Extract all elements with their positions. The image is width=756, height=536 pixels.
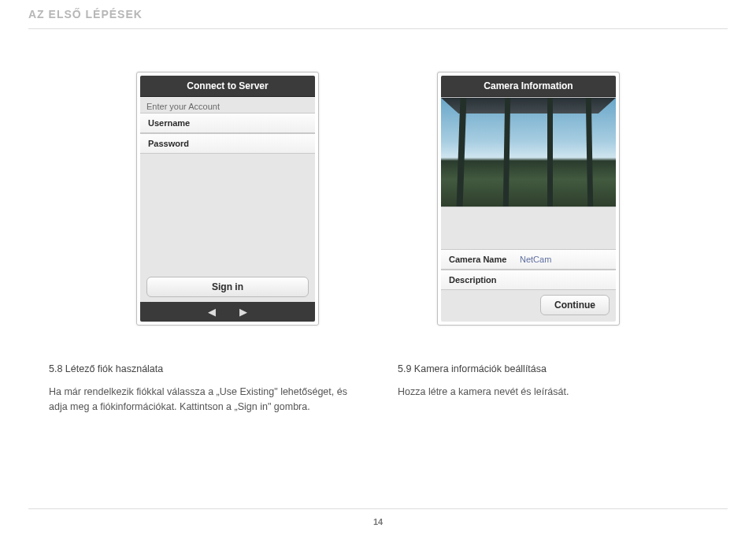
header-rule (28, 28, 728, 29)
forward-arrow-icon[interactable]: ▶ (239, 306, 247, 318)
password-label: Password (148, 139, 211, 148)
screenshots-row: Connect to Server Enter your Account Use… (28, 34, 728, 357)
caption-left-heading: 5.8 Létező fiók használata (49, 362, 358, 377)
phone-screen-connect: Connect to Server Enter your Account Use… (140, 76, 315, 322)
camera-name-label: Camera Name (449, 255, 512, 264)
description-row[interactable]: Description (441, 270, 616, 290)
sign-in-button[interactable]: Sign in (146, 277, 309, 297)
captions-row: 5.8 Létező fiók használata Ha már rendel… (28, 357, 728, 414)
caption-right: 5.9 Kamera információk beállítása Hozza … (398, 362, 707, 414)
phone-screen-camera-info: Camera Information Camera Name Descripti… (441, 76, 616, 322)
continue-row: Continue (441, 290, 616, 322)
continue-button[interactable]: Continue (540, 295, 610, 315)
camera-preview-image (441, 97, 616, 207)
titlebar-connect: Connect to Server (140, 76, 315, 97)
description-label: Description (449, 275, 512, 285)
screenshot-frame-left: Connect to Server Enter your Account Use… (136, 72, 319, 326)
spacer (441, 207, 616, 249)
back-arrow-icon[interactable]: ◀ (208, 306, 216, 318)
caption-right-body: Hozza létre a kamera nevét és leírását. (398, 385, 707, 400)
username-row[interactable]: Username (140, 113, 315, 133)
password-row[interactable]: Password (140, 133, 315, 154)
camera-name-row[interactable]: Camera Name (441, 249, 616, 270)
caption-left: 5.8 Létező fiók használata Ha már rendel… (49, 362, 358, 414)
page-header: AZ ELSŐ LÉPÉSEK (28, 8, 728, 20)
titlebar-camera-info: Camera Information (441, 76, 616, 97)
nav-bar: ◀ ▶ (140, 302, 315, 322)
account-prompt: Enter your Account (140, 97, 315, 113)
username-label: Username (148, 118, 211, 128)
caption-right-heading: 5.9 Kamera információk beállítása (398, 362, 707, 377)
footer-rule (28, 508, 728, 509)
caption-left-body: Ha már rendelkezik fiókkal válassza a „U… (49, 385, 358, 415)
screenshot-frame-right: Camera Information Camera Name Descripti… (437, 72, 620, 326)
spacer (140, 154, 315, 272)
page-number: 14 (0, 517, 756, 527)
document-page: AZ ELSŐ LÉPÉSEK Connect to Server Enter … (0, 0, 756, 536)
camera-name-input[interactable] (520, 255, 616, 264)
